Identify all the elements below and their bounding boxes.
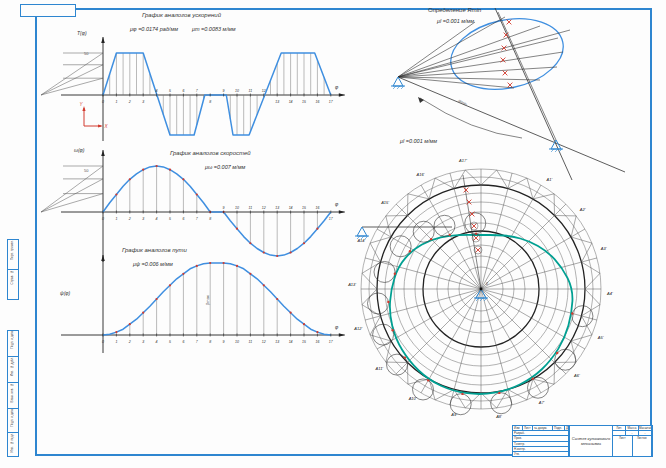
- tb-col: Подп.: [553, 426, 565, 430]
- margin-stamp-label: Справ. №: [8, 270, 17, 284]
- svg-text:9: 9: [223, 340, 225, 344]
- drawing-sheet: 0123456789101112131415161701234567891011…: [0, 0, 666, 468]
- svg-text:14: 14: [289, 206, 293, 210]
- svg-text:А1': А1': [546, 177, 553, 182]
- svg-text:0: 0: [486, 282, 488, 286]
- title-block: Изм Лист № докум. Подп. Дата Разраб. Про…: [512, 425, 653, 457]
- svg-text:15: 15: [302, 100, 306, 104]
- path-graph: 01234567891011121314151617: [61, 255, 345, 353]
- margin-stamp-label: Подп. и дата: [8, 331, 17, 349]
- svg-text:3: 3: [142, 100, 144, 104]
- svg-text:7: 7: [196, 217, 199, 221]
- svg-text:16: 16: [315, 206, 319, 210]
- svg-text:А9': А9': [450, 412, 457, 417]
- svg-text:4: 4: [156, 89, 158, 93]
- svg-text:А2': А2': [579, 207, 586, 212]
- svg-text:3: 3: [142, 340, 144, 344]
- svg-text:6: 6: [182, 340, 184, 344]
- svg-text:9: 9: [223, 206, 225, 210]
- svg-text:16: 16: [315, 340, 319, 344]
- svg-text:11: 11: [249, 89, 253, 93]
- svg-text:А5': А5': [597, 335, 604, 340]
- svg-text:X: X: [103, 124, 108, 129]
- svg-text:5: 5: [169, 89, 171, 93]
- svg-text:А8': А8': [495, 414, 502, 419]
- svg-text:А3': А3': [600, 246, 607, 251]
- scale-value: -: [639, 431, 652, 435]
- svg-text:1: 1: [115, 100, 117, 104]
- svg-text:17: 17: [329, 100, 334, 104]
- svg-text:14: 14: [289, 340, 293, 344]
- lit-value: [613, 431, 626, 435]
- tb-col: Дата: [565, 426, 569, 430]
- svg-text:0: 0: [102, 340, 104, 344]
- margin-stamp: Подп. и дата: [7, 330, 19, 357]
- margin-stamp-label: Взам. инв. №: [8, 383, 17, 402]
- svg-text:А4': А4': [606, 291, 613, 296]
- svg-text:А7': А7': [538, 400, 545, 405]
- sheets-label: Листов: [633, 436, 653, 456]
- svg-text:8: 8: [209, 340, 211, 344]
- svg-text:17: 17: [329, 217, 334, 221]
- svg-text:1: 1: [115, 217, 117, 221]
- vel-graph: 01234567891011121314151617: [41, 150, 345, 262]
- svg-text:12: 12: [262, 340, 266, 344]
- svg-text:А17': А17': [458, 158, 467, 163]
- svg-text:17: 17: [329, 340, 334, 344]
- svg-text:9: 9: [223, 89, 225, 93]
- tb-col: № докум.: [533, 426, 553, 430]
- svg-text:10: 10: [235, 340, 239, 344]
- svg-text:8: 8: [209, 100, 211, 104]
- title-block-left: Изм Лист № докум. Подп. Дата Разраб. Про…: [513, 426, 570, 456]
- margin-stamp: Подп. и дата: [7, 408, 19, 433]
- svg-text:13: 13: [275, 206, 279, 210]
- drawing-frame: [36, 9, 651, 455]
- coordinate-axes-icon: YX: [79, 102, 108, 129]
- svg-text:1: 1: [115, 340, 117, 344]
- scale-label: Масштаб: [639, 426, 652, 430]
- lit-label: Лит.: [613, 426, 626, 430]
- svg-text:8: 8: [209, 217, 211, 221]
- svg-text:0: 0: [102, 217, 104, 221]
- mass-value: -: [626, 431, 639, 435]
- drawing-canvas: 0123456789101112131415161701234567891011…: [0, 0, 666, 468]
- svg-text:12: 12: [262, 89, 266, 93]
- tb-col: Изм: [513, 426, 523, 430]
- svg-text:13: 13: [275, 340, 279, 344]
- svg-text:6: 6: [182, 217, 184, 221]
- tb-row-label: Н.контр.: [513, 447, 569, 451]
- title-block-right: Лит. Масса Масштаб - - Лист Листов: [613, 426, 652, 456]
- document-title: Синтез кулачкового механизма: [570, 426, 613, 456]
- margin-stamp-label: Инв. № дубл.: [8, 357, 17, 376]
- margin-stamp: Справ. №: [7, 269, 19, 300]
- svg-text:7: 7: [196, 89, 199, 93]
- svg-text:10: 10: [235, 89, 239, 93]
- svg-text:А11': А11': [375, 366, 384, 371]
- svg-text:0: 0: [102, 100, 104, 104]
- svg-text:2: 2: [128, 217, 131, 221]
- svg-text:А14': А14': [356, 238, 365, 243]
- svg-text:2: 2: [128, 100, 131, 104]
- svg-text:4: 4: [156, 217, 158, 221]
- svg-text:7: 7: [196, 340, 199, 344]
- svg-text:2: 2: [128, 340, 131, 344]
- margin-stamp-label: Подп. и дата: [8, 409, 17, 427]
- svg-text:15: 15: [302, 340, 306, 344]
- svg-text:4: 4: [156, 340, 158, 344]
- tb-row-label: Разраб.: [513, 431, 569, 435]
- svg-text:14: 14: [289, 100, 293, 104]
- svg-text:5: 5: [169, 340, 171, 344]
- svg-text:11: 11: [249, 206, 253, 210]
- svg-text:3: 3: [142, 217, 144, 221]
- svg-text:А13': А13': [347, 282, 356, 287]
- svg-text:Y: Y: [79, 102, 83, 107]
- tb-row: Утв.: [513, 452, 569, 456]
- svg-text:12: 12: [262, 206, 266, 210]
- svg-text:10: 10: [235, 206, 239, 210]
- margin-stamp: Инв. № дубл.: [7, 356, 19, 383]
- tb-row-label: Пров.: [513, 436, 569, 440]
- tb-col: Лист: [523, 426, 533, 430]
- svg-text:А6': А6': [573, 373, 580, 378]
- svg-text:11: 11: [249, 340, 253, 344]
- accel-graph: 01234567891011121314151617: [41, 37, 345, 141]
